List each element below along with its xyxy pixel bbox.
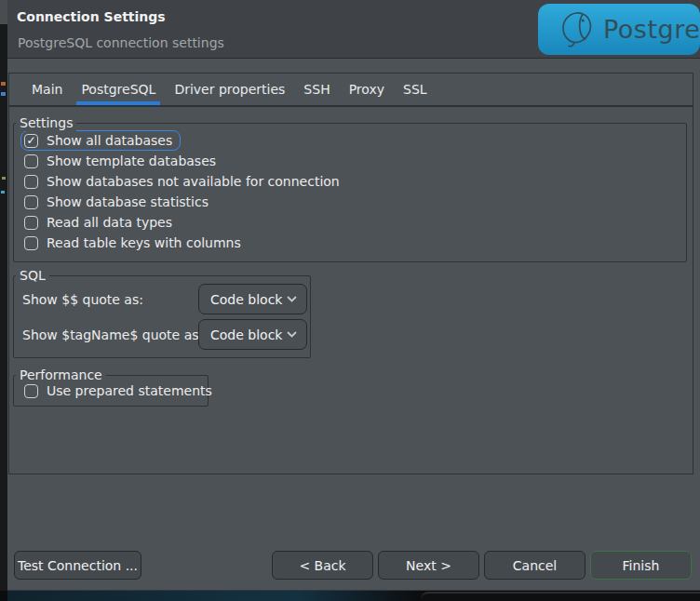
- background-speck: [1, 191, 5, 194]
- checkbox-box: [24, 384, 38, 398]
- checkbox-use-prepared-statements[interactable]: Use prepared statements: [20, 381, 221, 401]
- postgresql-elephant-icon: [555, 9, 596, 50]
- quote-style-dropdown[interactable]: Code block: [198, 284, 307, 314]
- background-scrollbar: [0, 0, 7, 24]
- sql-quote-row: Show $tagName$ quote as: Code block: [22, 319, 310, 350]
- tab-label: Driver properties: [174, 82, 285, 97]
- screen: Connection Settings PostgreSQL connectio…: [0, 0, 700, 601]
- checkbox-label: Show database statistics: [47, 194, 209, 209]
- checkbox-label: Show databases not available for connect…: [47, 174, 340, 189]
- background-window-bottom: [0, 591, 700, 601]
- tab-label: PostgreSQL: [81, 82, 155, 97]
- tab-label: SSH: [303, 82, 330, 97]
- sql-quote-label: Show $$ quote as:: [22, 292, 198, 307]
- performance-group: Performance Use prepared statements: [13, 375, 209, 407]
- sql-quote-row: Show $$ quote as: Code block: [22, 284, 310, 314]
- test-connection-button[interactable]: Test Connection ...: [14, 551, 141, 580]
- sql-group-legend: SQL: [16, 267, 49, 284]
- checkbox-label: Show template databases: [47, 154, 216, 168]
- dialog-button-bar: Test Connection ... < Back Next > Cancel…: [7, 551, 700, 580]
- settings-checkbox-list: Show all databases Show template databas…: [20, 130, 680, 253]
- background-window-edge: [7, 591, 424, 601]
- tab-main[interactable]: Main: [22, 73, 72, 105]
- checkbox-read-all-data-types[interactable]: Read all data types: [20, 212, 181, 233]
- chevron-down-icon: [287, 331, 297, 338]
- dialog-subtitle: PostgreSQL connection settings: [18, 35, 224, 50]
- dropdown-value: Code block: [210, 327, 282, 342]
- next-button[interactable]: Next >: [378, 551, 479, 580]
- sql-row-list: Show $$ quote as: Code block Show $tagNa…: [22, 284, 310, 350]
- tab-proxy[interactable]: Proxy: [340, 73, 394, 105]
- sql-quote-label: Show $tagName$ quote as:: [22, 327, 198, 342]
- settings-group-legend: Settings: [16, 114, 76, 131]
- chevron-down-icon: [287, 296, 297, 302]
- background-speck: [1, 92, 6, 96]
- checkbox-show-databases-not-available-for-connection[interactable]: Show databases not available for connect…: [20, 171, 348, 192]
- tab-postgresql[interactable]: PostgreSQL: [72, 73, 165, 105]
- checkbox-show-all-databases[interactable]: Show all databases: [20, 130, 181, 151]
- dialog-title: Connection Settings: [17, 9, 166, 24]
- background-speck: [2, 177, 6, 180]
- performance-group-legend: Performance: [16, 367, 106, 383]
- finish-button[interactable]: Finish: [590, 551, 692, 580]
- dialog-header: Connection Settings PostgreSQL connectio…: [7, 0, 700, 59]
- connection-settings-dialog: Connection Settings PostgreSQL connectio…: [7, 0, 700, 591]
- settings-group: Settings Show all databases Show templat…: [13, 123, 687, 262]
- tab-bar: Main PostgreSQL Driver properties SSH Pr…: [8, 73, 693, 106]
- quote-style-dropdown[interactable]: Code block: [198, 319, 307, 350]
- checkbox-box: [24, 175, 38, 189]
- tab-content-postgresql: Settings Show all databases Show templat…: [8, 106, 693, 474]
- background-window-sliver: [0, 0, 7, 601]
- banner-wordmark: PostgreSQL: [603, 15, 700, 44]
- checkbox-show-database-statistics[interactable]: Show database statistics: [20, 192, 217, 212]
- checkbox-label: Read table keys with columns: [47, 235, 241, 250]
- back-button[interactable]: < Back: [272, 551, 373, 580]
- tab-ssl[interactable]: SSL: [394, 73, 437, 105]
- sql-group: SQL Show $$ quote as: Code block: [13, 275, 311, 358]
- checkbox-box: [24, 154, 38, 168]
- checkbox-box: [24, 134, 38, 148]
- tab-label: Main: [32, 82, 62, 97]
- checkbox-label: Use prepared statements: [47, 383, 212, 398]
- checkbox-label: Show all databases: [47, 133, 172, 148]
- background-window-corner: [421, 592, 700, 601]
- background-speck: [1, 82, 6, 86]
- postgresql-banner: PostgreSQL: [538, 4, 700, 55]
- performance-checkbox-list: Use prepared statements: [20, 381, 208, 401]
- checkbox-box: [24, 236, 38, 250]
- tab-label: SSL: [403, 82, 427, 97]
- checkbox-read-table-keys-with-columns[interactable]: Read table keys with columns: [20, 233, 249, 253]
- checkbox-box: [24, 195, 38, 209]
- wizard-buttons: < Back Next > Cancel Finish: [272, 551, 692, 580]
- tab-label: Proxy: [349, 82, 384, 97]
- tab-ssh[interactable]: SSH: [294, 73, 339, 105]
- checkbox-show-template-databases[interactable]: Show template databases: [20, 151, 224, 171]
- cancel-button[interactable]: Cancel: [484, 551, 586, 580]
- dropdown-value: Code block: [210, 292, 282, 307]
- tab-driver-properties[interactable]: Driver properties: [165, 73, 294, 105]
- checkbox-label: Read all data types: [47, 215, 172, 230]
- checkbox-box: [24, 216, 38, 230]
